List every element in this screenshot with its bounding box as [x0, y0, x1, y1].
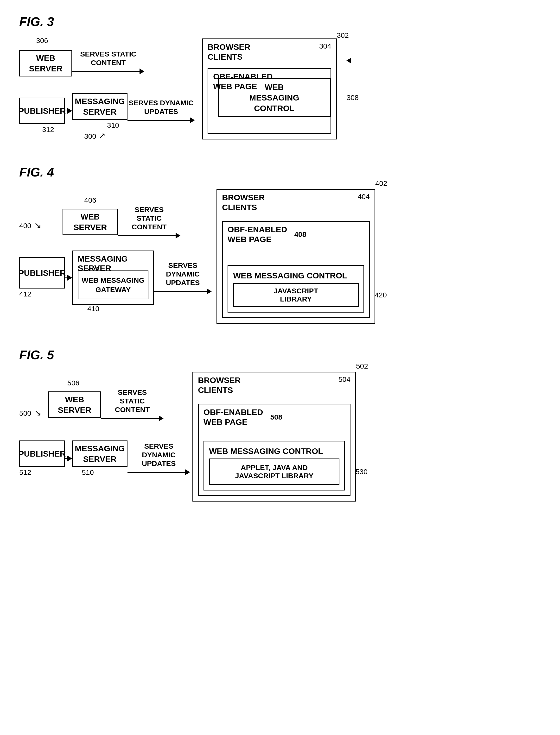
fig5-arrow1-label: SERVES STATIC CONTENT: [115, 388, 150, 414]
fig3-browser-outer: BROWSER CLIENTS 304 OBF-ENABLED WEB PAGE…: [202, 38, 337, 140]
fig4-publisher: PUBLISHER: [19, 257, 65, 289]
fig3-messaging-server-ref: 310: [107, 121, 119, 129]
fig5-diagram-ref: 500 ↘: [19, 408, 41, 418]
fig5-obf-page-label: OBF-ENABLED WEB PAGE 508: [204, 407, 282, 427]
fig4-messaging-server-outer: MESSAGING SERVER 422 WEB MESSAGING GATEW…: [72, 251, 154, 305]
fig4-obf-page: OBF-ENABLED WEB PAGE 408 WEB MESSAGING C…: [222, 221, 370, 318]
fig4-wmg: WEB MESSAGING GATEWAY: [78, 271, 148, 299]
figure-4: FIG. 4 400 ↘ 406 WEB SERVER SERVES STATI…: [19, 165, 541, 324]
fig4-wmc-inner: WEB MESSAGING CONTROL JAVASCRIPT LIBRARY…: [228, 265, 364, 313]
fig4-obf-page-label: OBF-ENABLED WEB PAGE 408: [228, 225, 306, 244]
fig5-wmc-label: WEB MESSAGING CONTROL: [209, 446, 339, 456]
fig5-messaging-server: MESSAGING SERVER: [72, 440, 127, 467]
fig5-web-server: WEB SERVER: [48, 391, 101, 418]
fig3-messaging-server: MESSAGING SERVER: [72, 93, 127, 120]
figure-5: FIG. 5 500 ↘ 506 WEB SERVER SERVES STATI…: [19, 348, 541, 501]
fig4-web-server-ref: 406: [84, 196, 96, 204]
fig3-browser-clients-ref: 304: [319, 42, 331, 50]
fig4-js-lib: JAVASCRIPT LIBRARY 420: [233, 283, 359, 307]
fig4-wmc-label: WEB MESSAGING CONTROL: [233, 271, 359, 281]
fig4-title: FIG. 4: [19, 165, 541, 179]
fig5-wmc-inner: WEB MESSAGING CONTROL APPLET, JAVA AND J…: [204, 441, 345, 490]
fig5-web-server-ref: 506: [67, 379, 79, 387]
fig4-obf-page-ref: 408: [294, 230, 306, 239]
fig5-publisher: PUBLISHER: [19, 440, 65, 467]
fig5-arrow2-label: SERVES DYNAMIC UPDATES: [142, 442, 176, 468]
fig3-arrow2-label: SERVES DYNAMIC UPDATES: [129, 99, 194, 116]
fig4-publisher-ref: 412: [19, 290, 31, 298]
fig5-browser-clients-label: BROWSER CLIENTS: [198, 375, 241, 395]
figure-3: FIG. 3 306 WEB SERVER SERVES STATIC CONT…: [19, 14, 541, 141]
fig4-arrow2-label: SERVES DYNAMIC UPDATES: [166, 261, 200, 287]
fig3-wmc-ref: 308: [347, 94, 359, 102]
fig3-obf-page: OBF-ENABLED WEB PAGE WEB MESSAGING CONTR…: [208, 68, 331, 134]
fig5-browser-clients-ref: 504: [338, 375, 350, 383]
fig4-browser-outer: BROWSER CLIENTS 404 OBF-ENABLED WEB PAGE…: [216, 189, 375, 324]
fig3-publisher: PUBLISHER: [19, 98, 65, 124]
fig5-applet-ref: 530: [356, 468, 368, 476]
fig4-js-lib-ref: 420: [375, 291, 387, 299]
fig3-diagram-ref: 300: [84, 132, 96, 140]
fig5-messaging-server-ref: 510: [82, 468, 94, 476]
fig5-publisher-ref: 512: [19, 468, 31, 476]
fig3-browser-clients-label: BROWSER CLIENTS: [208, 42, 250, 62]
fig4-browser-clients-ref: 404: [358, 193, 370, 201]
fig3-arrow1-label: SERVES STATIC CONTENT: [80, 50, 136, 67]
fig4-web-server: WEB SERVER: [63, 209, 118, 235]
fig5-browser-outer: BROWSER CLIENTS 504 OBF-ENABLED WEB PAGE…: [192, 372, 356, 501]
fig5-obf-page-ref: 508: [270, 413, 282, 421]
fig3-web-server: WEB SERVER: [19, 50, 72, 76]
fig3-wmc: WEB MESSAGING CONTROL 308: [218, 78, 331, 117]
fig3-publisher-ref: 312: [42, 126, 54, 134]
fig5-title: FIG. 5: [19, 348, 541, 362]
fig3-web-server-ref: 306: [36, 37, 48, 45]
fig5-main-ref: 502: [356, 362, 368, 370]
fig5-applet: APPLET, JAVA AND JAVASCRIPT LIBRARY 530: [209, 458, 339, 485]
fig4-arrow1-label: SERVES STATIC CONTENT: [132, 205, 167, 231]
fig4-main-ref: 402: [375, 179, 387, 188]
fig4-messaging-server-ref: 410: [87, 305, 99, 313]
fig3-title: FIG. 3: [19, 14, 541, 29]
fig4-diagram-ref: 400 ↘: [19, 220, 41, 230]
fig5-obf-page: OBF-ENABLED WEB PAGE 508 WEB MESSAGING C…: [198, 404, 350, 496]
fig4-browser-clients-label: BROWSER CLIENTS: [222, 193, 265, 212]
fig3-main-ref: 302: [337, 31, 349, 39]
